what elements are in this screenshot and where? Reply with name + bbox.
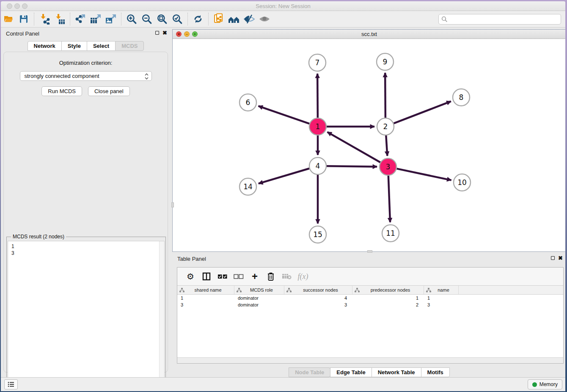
delete-column-button[interactable] — [263, 269, 279, 284]
result-scrollbar[interactable] — [159, 241, 164, 391]
graph-node-label: 4 — [316, 162, 320, 170]
graph-edge-2-3[interactable] — [386, 135, 387, 156]
table-cell: 2 — [352, 301, 424, 308]
graph-node-8[interactable]: 8 — [453, 89, 470, 106]
delete-table-button[interactable] — [279, 269, 295, 284]
table-row[interactable]: 1dominator411 — [177, 295, 563, 301]
float-table-panel-icon[interactable] — [551, 256, 555, 260]
toolbar-separator — [187, 13, 188, 25]
select-all-button[interactable] — [215, 269, 231, 284]
zoom-in-button[interactable] — [124, 12, 139, 26]
export-table-button[interactable] — [88, 12, 103, 26]
close-panel-button[interactable]: Close panel — [88, 86, 130, 96]
graph-edge-2-8[interactable] — [394, 101, 451, 123]
graph-node-label: 6 — [246, 98, 250, 107]
show-all-networks-button[interactable] — [226, 12, 242, 26]
graph-node-10[interactable]: 10 — [454, 174, 471, 191]
graph-node-label: 15 — [313, 230, 322, 239]
column-header-successor-nodes[interactable]: successor nodes — [284, 286, 352, 294]
graph-node-11[interactable]: 11 — [382, 225, 399, 242]
table-horizontal-scrollbar[interactable] — [177, 357, 563, 363]
import-network-file-button[interactable] — [37, 12, 52, 26]
graph-node-7[interactable]: 7 — [309, 54, 326, 71]
network-canvas[interactable]: 1234678910111415 — [173, 39, 565, 251]
column-visibility-button[interactable] — [198, 269, 215, 284]
optimization-criterion-select[interactable]: strongly connected component — [20, 71, 152, 81]
graph-edge-4-14[interactable] — [259, 168, 309, 184]
import-table-file-button[interactable] — [52, 12, 67, 26]
table-tab-edge-table[interactable]: Edge Table — [330, 367, 372, 377]
open-session-button[interactable] — [1, 12, 16, 26]
apply-preferred-layout-button[interactable] — [190, 12, 206, 26]
zoom-out-icon — [141, 14, 152, 25]
save-session-button[interactable] — [16, 12, 31, 26]
task-history-button[interactable] — [4, 379, 18, 389]
deselect-all-button[interactable] — [231, 269, 247, 284]
table-panel: Table Panel ✖ ⚙ — [172, 253, 565, 377]
show-hide-view-button[interactable] — [257, 12, 272, 26]
graph-node-3[interactable]: 3 — [380, 158, 396, 175]
column-header-shared-name[interactable]: shared name — [177, 286, 234, 294]
add-column-button[interactable]: + — [247, 269, 263, 284]
tab-select[interactable]: Select — [87, 41, 116, 51]
mcds-result-textarea[interactable]: 13 — [8, 241, 165, 391]
table-tab-network-table[interactable]: Network Table — [372, 367, 421, 377]
column-header-mcds-role[interactable]: MCDS role — [234, 286, 284, 294]
graph-edge-1-7[interactable] — [317, 74, 318, 118]
table-tabs: Node TableEdge TableNetwork TableMotifs — [172, 367, 565, 377]
graph-edge-3-10[interactable] — [397, 168, 451, 180]
network-file-icon — [213, 13, 224, 25]
graph-node-15[interactable]: 15 — [309, 226, 326, 243]
status-bar: Memory — [1, 377, 565, 391]
graph-node-label: 7 — [315, 58, 320, 67]
table-row[interactable]: 3dominator323 — [177, 301, 563, 308]
export-image-icon — [105, 14, 117, 25]
table-tab-node-table[interactable]: Node Table — [289, 367, 330, 377]
tab-style[interactable]: Style — [61, 41, 87, 51]
new-network-from-file-button[interactable] — [211, 12, 226, 26]
search-input[interactable] — [438, 14, 561, 25]
table-tab-motifs[interactable]: Motifs — [421, 367, 450, 377]
table-cell: dominator — [234, 301, 284, 308]
graph-node-4[interactable]: 4 — [309, 157, 326, 174]
export-network-button[interactable] — [73, 12, 88, 26]
graph-node-14[interactable]: 14 — [239, 178, 256, 195]
zoom-out-button[interactable] — [139, 12, 154, 26]
zoom-selected-icon — [172, 14, 183, 25]
toolbar-separator — [34, 13, 34, 25]
graph-node-1[interactable]: 1 — [309, 118, 326, 135]
vertical-splitter-handle[interactable] — [171, 202, 174, 207]
memory-button[interactable]: Memory — [528, 379, 562, 389]
run-mcds-button[interactable]: Run MCDS — [41, 86, 82, 96]
graph-edge-1-6[interactable] — [259, 106, 310, 124]
mcds-result-lines: 13 — [11, 243, 164, 257]
column-header-name[interactable]: name — [424, 286, 459, 294]
graphics-details-eye-icon — [243, 14, 255, 24]
table-cell: 3 — [424, 301, 459, 308]
save-floppy-icon — [19, 14, 29, 24]
close-table-panel-icon[interactable]: ✖ — [558, 256, 563, 260]
graph-edge-2-9[interactable] — [385, 73, 385, 118]
toggle-graphics-details-button[interactable] — [242, 12, 257, 26]
application-window: Session: New Session — [1, 1, 565, 391]
horizontal-splitter-handle[interactable] — [367, 250, 372, 253]
function-builder-button[interactable]: f(x) — [295, 269, 311, 284]
graph-edge-3-1[interactable] — [328, 132, 380, 163]
close-panel-icon[interactable]: ✖ — [162, 30, 167, 35]
graph-edge-4-3[interactable] — [327, 166, 377, 166]
graph-node-9[interactable]: 9 — [377, 53, 394, 70]
graph-node-label: 2 — [383, 122, 388, 131]
float-panel-icon[interactable] — [155, 31, 159, 35]
column-header-predecessor-nodes[interactable]: predecessor nodes — [352, 286, 424, 294]
graph-edge-3-11[interactable] — [388, 176, 390, 222]
graph-node-label: 1 — [316, 122, 320, 131]
zoom-fit-button[interactable] — [154, 12, 170, 26]
zoom-selected-button[interactable] — [170, 12, 185, 26]
export-image-button[interactable] — [103, 12, 118, 26]
graph-node-2[interactable]: 2 — [377, 118, 394, 135]
tab-network[interactable]: Network — [28, 41, 62, 51]
graph-node-label: 9 — [383, 58, 388, 66]
tab-mcds[interactable]: MCDS — [115, 41, 144, 51]
table-settings-button[interactable]: ⚙ — [182, 269, 198, 284]
graph-node-6[interactable]: 6 — [239, 94, 256, 111]
